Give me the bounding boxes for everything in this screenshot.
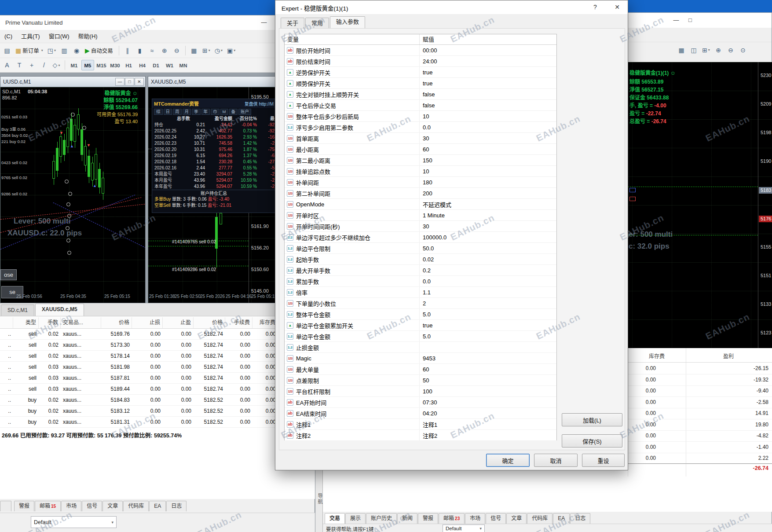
param-row[interactable]: ab注释1注释1 <box>285 419 556 430</box>
param-value[interactable]: 60 <box>420 146 556 153</box>
orders-column-header[interactable]: 手续费 <box>225 317 252 328</box>
save-button[interactable]: 保存(S) <box>562 434 622 448</box>
mtc-tab-账户[interactable]: 账户 <box>238 109 251 115</box>
shapes-icon[interactable]: ◇▾ <box>51 59 62 71</box>
param-row[interactable]: 1.2倍率1.1 <box>285 287 556 298</box>
param-value[interactable]: true <box>420 322 556 329</box>
mtc-tab-备[interactable]: 备 <box>229 109 238 115</box>
param-value[interactable]: 180 <box>420 179 556 186</box>
menu-item-窗口(W)[interactable]: 窗口(W) <box>44 31 74 42</box>
strategy-tester-icon[interactable]: ▥ <box>59 45 70 56</box>
profit-column-header[interactable]: 盈利 <box>687 351 770 362</box>
param-row[interactable]: ▲单边平仓金额累加开关true <box>285 320 556 331</box>
line-chart-icon[interactable]: ≈ <box>146 45 158 56</box>
mtc-tab-年[interactable]: 年 <box>201 109 210 115</box>
crosshair-icon[interactable]: + <box>26 59 37 71</box>
param-value[interactable]: 5.0 <box>420 333 556 340</box>
param-value[interactable]: 注释1 <box>420 420 556 429</box>
param-value[interactable]: 04:20 <box>420 410 556 417</box>
timeframe-M30[interactable]: M30 <box>109 60 121 70</box>
order-row[interactable]: ..sell0.02xauus...5169.760.000.005182.74… <box>0 329 315 340</box>
param-value[interactable]: 60 <box>420 366 556 373</box>
param-row[interactable]: 1.2单边浮亏超过多少不继续加仓100000.0 <box>285 232 556 243</box>
tab-交易[interactable]: 交易 <box>325 513 345 524</box>
param-row[interactable]: 123补单间距180 <box>285 177 556 188</box>
close-icon[interactable]: ✕ <box>610 0 625 14</box>
param-value[interactable]: 50 <box>420 377 556 384</box>
param-row[interactable]: ▲完全对锁时挂上顺势开关false <box>285 89 556 100</box>
orders-column-header[interactable]: 手数 <box>39 317 61 328</box>
param-value[interactable]: 2 <box>420 300 556 307</box>
param-row[interactable]: 123平台杠杆限制100 <box>285 386 556 397</box>
rw-template-selector[interactable]: Default ▾ <box>443 525 485 532</box>
close-all-button[interactable]: ose <box>0 269 17 280</box>
zoom-out-icon[interactable]: ⊖ <box>725 44 736 56</box>
param-row[interactable]: ▲平仓后停止交易false <box>285 100 556 111</box>
template-selector[interactable]: Default ▾ <box>31 516 117 528</box>
mtc-tab-月[interactable]: 月 <box>183 109 191 115</box>
dialog-tab-关于[interactable]: 关于 <box>281 18 304 29</box>
param-row[interactable]: 1.2起始手数0.02 <box>285 254 556 265</box>
periods-icon[interactable]: ◷▾ <box>213 45 224 56</box>
param-row[interactable]: 1.2单边平仓金额5.0 <box>285 331 556 342</box>
param-value[interactable]: 24:00 <box>420 58 556 65</box>
param-row[interactable]: 123整体平仓后多少秒后新局10 <box>285 111 556 122</box>
tab-展示[interactable]: 展示 <box>345 513 366 524</box>
param-value[interactable]: 1.1 <box>420 289 556 296</box>
param-value[interactable]: 150 <box>420 157 556 164</box>
order-row[interactable]: ..buy0.02xauus...5181.310.000.005182.520… <box>0 417 315 428</box>
tab-市场[interactable]: 市场 <box>465 513 485 524</box>
menu-item-工具(T)[interactable]: 工具(T) <box>17 31 44 42</box>
cascade-windows-icon[interactable]: ◫ <box>688 44 699 56</box>
rw-maximize-icon[interactable]: □ <box>684 15 696 25</box>
param-row[interactable]: 123第二最小距离150 <box>285 155 556 166</box>
orders-column-header[interactable] <box>0 317 13 328</box>
param-row[interactable]: ab注释2注释2 <box>285 430 556 441</box>
param-row[interactable]: 1.2止损金额 <box>285 342 556 353</box>
param-row[interactable]: abEA结束时间04:20 <box>285 408 556 419</box>
m1-titlebar[interactable]: UUSD.c,M1 — □ ✕ <box>0 77 145 87</box>
param-row[interactable]: 123挂单追踪点数10 <box>285 166 556 177</box>
zoom-in-icon[interactable]: ⊕ <box>159 45 170 56</box>
param-value[interactable]: 0.02 <box>420 256 556 263</box>
bar-chart-icon[interactable]: ∥ <box>122 45 133 56</box>
new-chart-icon[interactable]: ▤ <box>1 45 13 56</box>
orders-column-header[interactable]: 交易品... <box>61 317 101 328</box>
chart-tab-SD.c,M1[interactable]: SD.c,M1 <box>1 305 34 316</box>
param-row[interactable]: 1.2最大开单手数0.2 <box>285 265 556 276</box>
orders-column-header[interactable]: 价格 <box>101 317 132 328</box>
m1-restore-icon[interactable]: □ <box>125 78 134 86</box>
param-row[interactable]: 123点差限制50 <box>285 375 556 386</box>
param-value[interactable]: false <box>420 91 556 98</box>
market-watch-icon[interactable]: ◉ <box>71 45 82 56</box>
timeframe-M5[interactable]: M5 <box>81 60 94 70</box>
tab-信号[interactable]: 信号 <box>82 501 102 511</box>
mtc-tab-M[interactable]: M <box>220 109 228 115</box>
mtc-tab-日[interactable]: 日 <box>164 109 172 115</box>
timeframe-MN[interactable]: MN <box>177 60 190 70</box>
mtc-tab-周[interactable]: 周 <box>173 109 182 115</box>
tab-文章[interactable]: 文章 <box>506 513 527 524</box>
param-row[interactable]: 123开单时区1 Minute <box>285 210 556 221</box>
param-row[interactable]: 1.2累加手数0.0 <box>285 276 556 287</box>
param-row[interactable]: abEA开始时间07:30 <box>285 397 556 408</box>
tab-代码库[interactable]: 代码库 <box>527 513 552 524</box>
auto-trading-button[interactable]: ▶自动交易 <box>83 45 116 56</box>
tile-windows-icon[interactable]: ▦ <box>188 45 200 56</box>
text-tool-icon[interactable]: T <box>14 59 25 71</box>
tab-文章[interactable]: 文章 <box>102 501 123 511</box>
param-value[interactable]: 5.0 <box>420 311 556 318</box>
order-row[interactable]: ..sell0.03xauus...5181.980.000.005182.74… <box>0 362 315 373</box>
docked-panel-strip[interactable]: 导航 <box>315 470 323 532</box>
param-row[interactable]: 1.2单边平仓限制50.0 <box>285 243 556 254</box>
chart-tab-XAUUSD.c,M5[interactable]: XAUUSD.c,M5 <box>35 304 84 316</box>
param-row[interactable]: 123首单距离30 <box>285 133 556 144</box>
tab-邮箱[interactable]: 邮箱15 <box>35 501 61 511</box>
timeframe-D1[interactable]: D1 <box>150 60 162 70</box>
param-value[interactable]: true <box>420 69 556 76</box>
param-row[interactable]: ab限价开始时间00:00 <box>285 45 556 56</box>
indicators-icon[interactable]: ⊞▾ <box>201 45 212 56</box>
param-value[interactable]: 100000.0 <box>420 234 556 241</box>
zoom-in-icon[interactable]: ⊕ <box>713 44 724 56</box>
mtc-tab-巾[interactable]: 巾 <box>211 109 220 115</box>
